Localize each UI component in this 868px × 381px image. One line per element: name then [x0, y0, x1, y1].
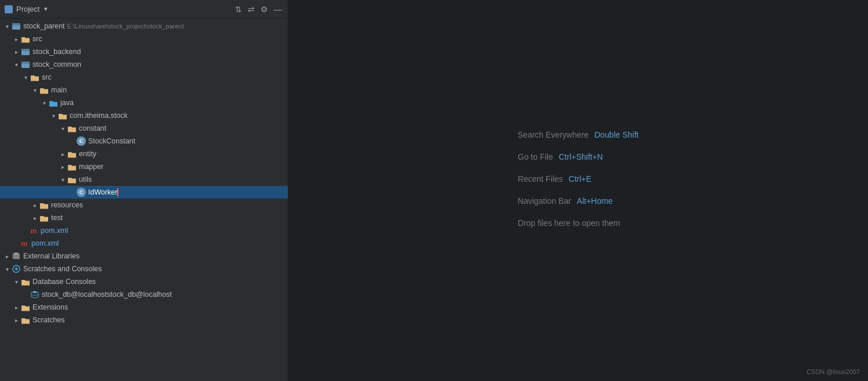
item-label-stock-common: stock_common [32, 60, 81, 69]
svg-rect-6 [13, 254, 20, 259]
folder-icon-main [39, 87, 49, 94]
arrow-entity[interactable] [58, 151, 67, 157]
tree-item-scratches-and-consoles[interactable]: Scratches and Consoles [0, 263, 288, 275]
item-label-pom1: pom.xml [41, 227, 68, 235]
lib-icon [12, 251, 21, 261]
folder-icon-src1 [21, 35, 30, 43]
folder-icon-mapper [67, 163, 77, 171]
folder-icon-resources [39, 202, 49, 209]
hint-row-navbar: Navigation Bar Alt+Home [518, 196, 638, 206]
hint-drop-text: Drop files here to open them [518, 218, 620, 228]
tree-item-main[interactable]: main [0, 84, 288, 96]
gear-icon[interactable]: ⚙ [259, 3, 269, 15]
swap-icon[interactable]: ⇄ [247, 3, 256, 15]
tree-item-resources[interactable]: resources [0, 199, 288, 211]
chevron-down-icon[interactable]: ▾ [44, 5, 48, 13]
svg-rect-3 [21, 49, 30, 51]
tree-item-stock-backend[interactable]: stock_backend [0, 45, 288, 58]
tree-item-pom2[interactable]: m pom.xml [0, 237, 288, 250]
item-label-java: java [60, 99, 74, 107]
class-icon-IdWorker: C [77, 188, 86, 197]
arrow-src2[interactable] [21, 74, 30, 81]
arrow-utils[interactable] [58, 177, 67, 183]
arrow-scratches[interactable] [12, 317, 21, 324]
hint-row-drop: Drop files here to open them [518, 218, 638, 228]
folder-icon-utils [67, 176, 77, 184]
item-label-entity: entity [79, 150, 96, 158]
tree-item-test[interactable]: test [0, 211, 288, 224]
module-icon-backend [21, 47, 30, 56]
tree-item-mapper[interactable]: mapper [0, 160, 288, 173]
arrow-src1[interactable] [12, 36, 21, 42]
arrow-database-consoles[interactable] [12, 279, 21, 285]
tree-item-external-libraries[interactable]: External Libraries [0, 250, 288, 263]
item-label-extensions: Extensions [32, 303, 68, 311]
folder-icon-src2 [30, 74, 39, 81]
folder-icon-database-consoles [21, 278, 30, 286]
tree-item-pom1[interactable]: m pom.xml [0, 224, 288, 237]
svg-rect-5 [21, 62, 30, 64]
folder-icon-package [58, 112, 67, 120]
arrow-com-itheima-stock[interactable] [49, 113, 58, 119]
tree-item-stock-common[interactable]: stock_common [0, 58, 288, 71]
maven-icon-pom1: m [30, 227, 38, 235]
item-label-stock-parent: stock_parent [23, 22, 65, 30]
module-icon-common [21, 60, 30, 69]
tree-item-entity[interactable]: entity [0, 148, 288, 160]
tree-item-scratches[interactable]: Scratches [0, 314, 288, 326]
tree-item-stock-parent[interactable]: stock_parent E:\Linuxshare\stock_project… [0, 20, 288, 33]
arrow-stock-backend[interactable] [12, 49, 21, 55]
tree-item-constant[interactable]: constant [0, 122, 288, 135]
arrow-constant[interactable] [58, 125, 67, 132]
arrow-extensions[interactable] [12, 304, 21, 311]
watermark: CSDN @lisus2007 [806, 368, 860, 375]
hint-row-goto: Go to File Ctrl+Shift+N [518, 152, 638, 161]
sidebar-header-left: Project ▾ [5, 5, 48, 13]
folder-icon-test [39, 214, 49, 222]
tree-item-StockConstant[interactable]: C StockConstant [0, 135, 288, 148]
sidebar-title: Project [16, 5, 39, 13]
tree-item-IdWorker[interactable]: C IdWorker [0, 186, 288, 199]
scratches-consoles-icon [12, 264, 21, 274]
svg-rect-1 [12, 23, 20, 26]
tree-item-extensions[interactable]: Extensions [0, 301, 288, 314]
class-icon-StockConstant: C [77, 136, 86, 146]
item-label-IdWorker[interactable]: IdWorker [88, 188, 118, 196]
tree-item-java[interactable]: java [0, 96, 288, 109]
item-label-src2: src [42, 73, 52, 81]
tree-item-database-consoles[interactable]: Database Consoles [0, 275, 288, 288]
item-label-resources: resources [51, 201, 83, 209]
arrow-scratches-and-consoles[interactable] [2, 266, 12, 272]
tree-item-utils[interactable]: utils [0, 173, 288, 186]
arrow-java[interactable] [39, 100, 49, 106]
arrow-test[interactable] [30, 215, 39, 221]
arrow-mapper[interactable] [58, 164, 67, 170]
minimize-icon[interactable]: ― [273, 3, 283, 15]
item-label-database-consoles: Database Consoles [32, 278, 96, 286]
sql-icon [30, 290, 39, 299]
item-label-src1: src [32, 35, 42, 43]
arrow-external-libraries[interactable] [2, 253, 12, 260]
folder-icon-constant [67, 125, 77, 132]
svg-rect-7 [14, 253, 19, 254]
tree-item-src2[interactable]: src [0, 71, 288, 84]
arrow-stock-parent[interactable] [2, 23, 12, 30]
arrow-stock-common[interactable] [12, 62, 21, 68]
project-icon [5, 5, 13, 13]
item-label-scratches-and-consoles: Scratches and Consoles [23, 265, 102, 273]
tree-item-src1[interactable]: src [0, 33, 288, 45]
sidebar-header-actions: ⇅ ⇄ ⚙ ― [234, 3, 283, 15]
hint-row-recent: Recent Files Ctrl+E [518, 174, 638, 184]
equalize-icon[interactable]: ⇅ [234, 3, 243, 15]
arrow-resources[interactable] [30, 202, 39, 209]
item-label-main: main [51, 86, 67, 94]
folder-icon-java [49, 99, 58, 107]
item-label-stock-backend: stock_backend [32, 48, 81, 56]
arrow-main[interactable] [30, 87, 39, 94]
tree-item-com-itheima-stock[interactable]: com.itheima.stock [0, 109, 288, 122]
item-label-scratches: Scratches [32, 316, 65, 324]
hint-label-search: Search Everywhere [518, 130, 588, 139]
tree-item-stock-db[interactable]: stock_db@localhoststock_db@localhost [0, 288, 288, 301]
hint-label-goto: Go to File [518, 152, 553, 161]
item-label-com-itheima-stock: com.itheima.stock [70, 112, 128, 120]
